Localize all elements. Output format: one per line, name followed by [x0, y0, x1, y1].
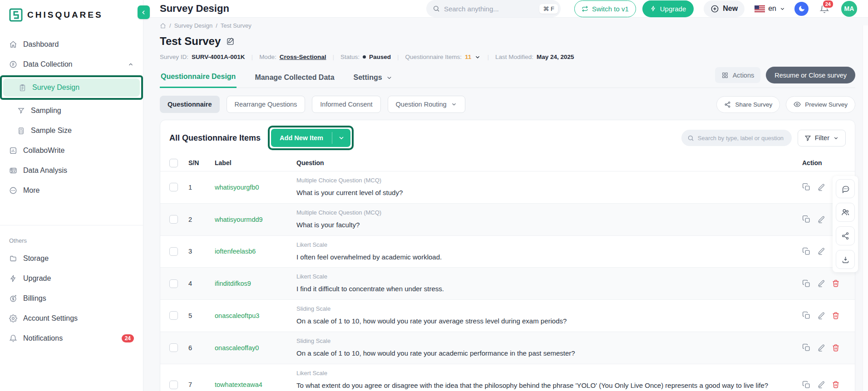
edit-button[interactable] [817, 215, 825, 224]
row-checkbox[interactable] [169, 311, 178, 320]
row-question-type: Sliding Scale [296, 305, 789, 312]
delete-button[interactable] [832, 344, 840, 352]
global-search-input[interactable] [444, 5, 535, 13]
sidebar-item-upgrade[interactable]: Upgrade [0, 269, 143, 288]
sampling-icon [17, 107, 25, 115]
survey-design-icon [19, 84, 26, 92]
duplicate-button[interactable] [802, 343, 811, 352]
survey-mode-value[interactable]: Cross-Sectional [280, 54, 326, 60]
switch-icon [582, 5, 588, 12]
edit-button[interactable] [817, 344, 825, 352]
sidebar-item-notifications[interactable]: Notifications 24 [0, 328, 143, 348]
sidebar-item-survey-design[interactable]: Survey Design [3, 78, 140, 97]
delete-button[interactable] [832, 381, 840, 389]
actions-button[interactable]: Actions [715, 67, 761, 83]
breadcrumb-item-survey-design[interactable]: Survey Design [174, 22, 213, 29]
sidebar-item-storage[interactable]: Storage [0, 249, 143, 269]
dark-mode-toggle[interactable] [794, 2, 809, 16]
add-new-item-dropdown[interactable] [332, 134, 350, 142]
edit-button[interactable] [817, 247, 825, 255]
sidebar-item-billings[interactable]: Billings [0, 288, 143, 308]
row-checkbox[interactable] [169, 381, 178, 389]
row-label-link[interactable]: onascaleoffay0 [215, 344, 296, 352]
avatar[interactable]: MA [841, 1, 857, 17]
sidebar-item-data-collection[interactable]: Data Collection [0, 54, 143, 74]
table-search-input[interactable] [698, 135, 786, 142]
survey-items-count[interactable]: Questionnaire Items: 11 [405, 54, 481, 60]
upgrade-button[interactable]: Upgrade [642, 0, 694, 17]
select-all-checkbox[interactable] [169, 159, 178, 167]
duplicate-button[interactable] [802, 183, 811, 191]
row-checkbox[interactable] [169, 279, 178, 288]
chip-question-routing[interactable]: Question Routing [388, 96, 465, 113]
new-button[interactable]: New [704, 0, 745, 17]
duplicate-button[interactable] [802, 381, 811, 389]
moon-icon [798, 5, 805, 12]
brand-logo-icon [9, 8, 23, 22]
sidebar-item-collabowrite[interactable]: CollaboWrite [0, 141, 143, 161]
row-label-link[interactable]: onascaleoftpu3 [215, 312, 296, 319]
sidebar-item-dashboard[interactable]: Dashboard [0, 34, 143, 54]
preview-survey-button[interactable]: Preview Survey [786, 96, 855, 113]
notifications-bell-button[interactable]: 24 [819, 4, 829, 14]
global-search[interactable]: ⌘ F [426, 0, 561, 17]
sidebar-item-more[interactable]: More [0, 181, 143, 200]
language-label: en [768, 5, 776, 13]
row-label-link[interactable]: whatisyourmdd9 [215, 216, 296, 223]
edit-button[interactable] [817, 183, 825, 191]
download-button[interactable] [836, 250, 855, 269]
edit-button[interactable] [817, 279, 825, 288]
breadcrumb: / Survey Design / Test Survey [160, 22, 855, 29]
row-checkbox[interactable] [169, 215, 178, 224]
row-sn: 3 [188, 248, 215, 255]
chip-questionnaire[interactable]: Questionnaire [160, 96, 220, 113]
chevron-down-icon [833, 135, 839, 141]
table-search[interactable] [681, 130, 792, 146]
row-label-link[interactable]: whatisyourgfb0 [215, 184, 296, 191]
filter-button[interactable]: Filter [798, 130, 846, 147]
duplicate-button[interactable] [802, 215, 811, 224]
edit-icon[interactable] [226, 37, 235, 46]
add-new-item-button[interactable]: Add New Item [271, 129, 350, 147]
row-label-link[interactable]: ioftenfeelasb6 [215, 248, 296, 255]
collaborators-button[interactable] [836, 203, 855, 222]
resume-or-close-survey-button[interactable]: Resume or Close survey [766, 67, 855, 83]
sidebar-item-label: Storage [23, 254, 49, 263]
language-selector[interactable]: en [755, 5, 785, 13]
row-sn: 1 [188, 184, 215, 191]
row-checkbox[interactable] [169, 183, 178, 191]
bell-icon [9, 334, 17, 342]
share-button[interactable] [836, 226, 855, 245]
duplicate-button[interactable] [802, 247, 811, 256]
edit-button[interactable] [817, 381, 825, 389]
sidebar-item-account-settings[interactable]: Account Settings [0, 308, 143, 328]
delete-button[interactable] [832, 312, 840, 320]
chevron-down-icon[interactable] [474, 54, 481, 60]
sidebar-item-sampling[interactable]: Sampling [0, 101, 143, 121]
chip-informed-consent[interactable]: Informed Consent [312, 96, 380, 113]
row-label-link[interactable]: towhatexteawa4 [215, 381, 296, 388]
duplicate-button[interactable] [802, 279, 811, 288]
meta-separator: | [487, 54, 489, 60]
edit-button[interactable] [817, 312, 825, 320]
tab-questionnaire-design[interactable]: Questionnaire Design [160, 73, 237, 88]
tab-settings[interactable]: Settings [353, 73, 394, 88]
row-checkbox[interactable] [169, 343, 178, 352]
home-icon[interactable] [160, 23, 166, 29]
comments-button[interactable] [836, 179, 855, 198]
share-survey-button[interactable]: Share Survey [716, 96, 780, 113]
switch-to-v1-button[interactable]: Switch to v1 [574, 0, 636, 17]
row-sn: 4 [188, 280, 215, 287]
row-label-link[interactable]: ifinditdifkos9 [215, 280, 296, 287]
tab-manage-collected-data[interactable]: Manage Collected Data [254, 73, 335, 88]
sidebar-item-sample-size[interactable]: Sample Size [0, 121, 143, 141]
chip-rearrange-questions[interactable]: Rearrange Questions [227, 96, 306, 113]
row-question-text: To what extent do you agree or disagree … [296, 381, 789, 391]
sidebar-collapse-button[interactable] [138, 5, 150, 19]
scrollbar-track[interactable] [863, 25, 868, 391]
row-checkbox[interactable] [169, 247, 178, 256]
duplicate-button[interactable] [802, 311, 811, 320]
delete-button[interactable] [832, 279, 840, 288]
sidebar-item-data-analysis[interactable]: Data Analysis [0, 161, 143, 181]
sidebar-item-label: Data Analysis [23, 166, 67, 175]
